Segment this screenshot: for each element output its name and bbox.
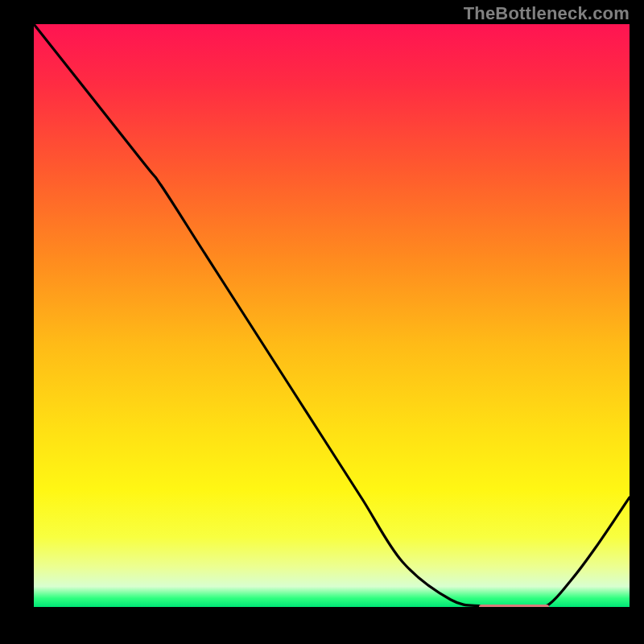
- optimal-marker: [479, 605, 549, 610]
- chart-container: TheBottleneck.com: [0, 0, 644, 644]
- gradient-background: [34, 24, 630, 607]
- bottleneck-chart: [0, 0, 644, 644]
- watermark-text: TheBottleneck.com: [464, 3, 630, 24]
